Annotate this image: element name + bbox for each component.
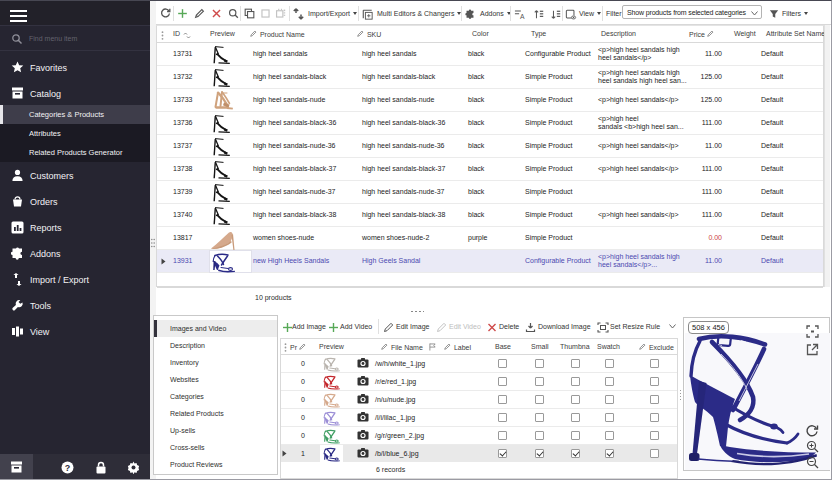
svg-text:?: ? bbox=[65, 463, 71, 473]
svg-text:A: A bbox=[520, 13, 525, 20]
